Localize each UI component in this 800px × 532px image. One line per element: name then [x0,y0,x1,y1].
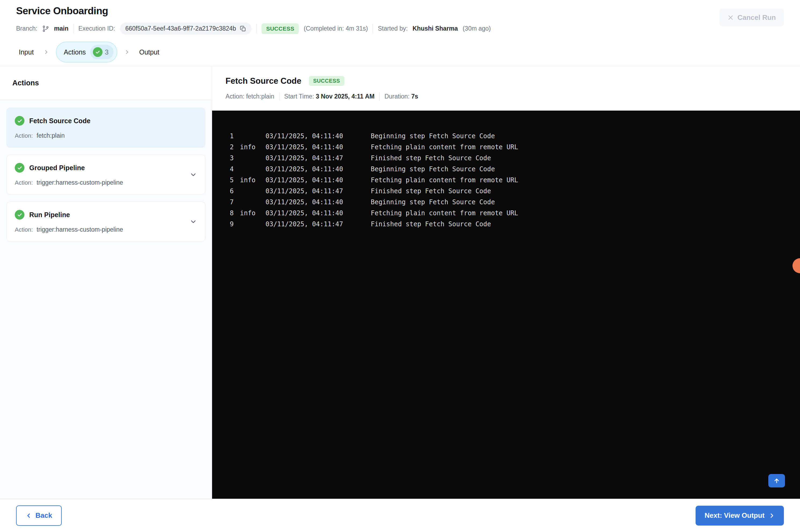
log-line: 5 info 03/11/2025, 04:11:40 Fetching pla… [230,174,789,186]
log-line-number: 1 [230,132,240,140]
close-icon [727,15,734,21]
git-branch-icon [42,25,49,32]
log-line-message: Fetching plain content from remote URL [371,209,518,217]
action-card[interactable]: Fetch Source Code Action: fetch:plain [6,108,205,148]
check-icon [15,116,24,126]
page-header: Service Onboarding Branch: main Executio… [0,0,800,38]
detail-action-label: Action: fetch:plain [226,93,274,100]
log-line-timestamp: 03/11/2025, 04:11:40 [266,209,371,217]
log-line: 3 03/11/2025, 04:11:47 Finished step Fet… [230,152,789,164]
started-by-name: Khushi Sharma [413,25,458,32]
log-line: 7 03/11/2025, 04:11:40 Beginning step Fe… [230,196,789,208]
run-status-badge: SUCCESS [262,23,299,34]
notification-dot [793,258,800,273]
detail-start-time: Start Time: 3 Nov 2025, 4:11 AM [284,93,375,100]
log-line-timestamp: 03/11/2025, 04:11:47 [266,154,371,162]
log-line: 2 info 03/11/2025, 04:11:40 Fetching pla… [230,141,789,152]
log-line-message: Finished step Fetch Source Code [371,187,491,195]
chevron-left-icon [26,513,32,518]
action-card[interactable]: Grouped Pipeline Action: trigger:harness… [6,155,205,195]
branch-label: Branch: [16,25,37,32]
wizard-stepper: Input Actions 3 Output [0,38,800,66]
log-line-level: info [240,176,266,184]
chevron-down-icon[interactable] [190,171,197,178]
branch-name: main [54,25,69,32]
divider [379,92,380,100]
log-line-number: 7 [230,198,240,206]
detail-meta-row: Action: fetch:plain Start Time: 3 Nov 20… [226,92,800,100]
sidebar-title: Actions [12,79,39,87]
actions-sidebar: Actions Fetch Source Code Action: fetch:… [0,66,212,499]
check-icon [93,47,102,57]
started-by-label: Started by: [378,25,407,32]
execution-meta-row: Branch: main Execution ID: 660f50a7-5eef… [16,22,784,35]
chevron-down-icon[interactable] [190,218,197,226]
log-line-timestamp: 03/11/2025, 04:11:47 [266,187,371,195]
action-card[interactable]: Run Pipeline Action: trigger:harness-cus… [6,202,205,242]
log-line-level: info [240,209,266,217]
log-line-number: 8 [230,209,240,217]
chevron-right-icon [769,513,775,518]
log-line-message: Beginning step Fetch Source Code [371,132,495,140]
log-line: 6 03/11/2025, 04:11:47 Finished step Fet… [230,186,789,196]
detail-status-badge: SUCCESS [309,76,344,86]
log-line-timestamp: 03/11/2025, 04:11:40 [266,165,371,173]
divider [279,92,280,100]
log-line-timestamp: 03/11/2025, 04:11:40 [266,198,371,206]
copy-icon[interactable] [240,25,246,32]
action-detail-panel: Fetch Source Code SUCCESS Action: fetch:… [212,66,800,499]
tab-output[interactable]: Output [137,48,162,56]
sidebar-header: Actions [0,66,212,100]
detail-title: Fetch Source Code [226,76,302,86]
log-line-level: info [240,143,266,151]
log-line-timestamp: 03/11/2025, 04:11:47 [266,221,371,228]
log-line-number: 3 [230,154,240,162]
log-line-timestamp: 03/11/2025, 04:11:40 [266,176,371,184]
log-console[interactable]: 1 03/11/2025, 04:11:40 Beginning step Fe… [212,111,800,499]
action-card-title: Grouped Pipeline [29,164,85,172]
cancel-run-button[interactable]: Cancel Run [720,8,784,26]
action-label: Action: [15,132,33,139]
actions-list: Fetch Source Code Action: fetch:plain Gr… [0,100,212,499]
arrow-up-icon [773,477,780,484]
log-line-number: 6 [230,187,240,195]
started-ago-text: (30m ago) [462,25,491,32]
execution-id-chip[interactable]: 660f50a7-5eef-43a6-9ff7-2a2179c3824b [120,22,252,35]
log-line-timestamp: 03/11/2025, 04:11:40 [266,132,371,140]
action-card-title: Fetch Source Code [29,117,91,125]
page-title: Service Onboarding [16,5,784,17]
log-line-message: Finished step Fetch Source Code [371,154,491,162]
action-card-title: Run Pipeline [29,211,70,219]
back-button[interactable]: Back [16,506,62,526]
execution-id-label: Execution ID: [78,25,115,32]
wizard-footer: Back Next: View Output [0,499,800,532]
actions-count: 3 [105,48,109,56]
execution-id-value: 660f50a7-5eef-43a6-9ff7-2a2179c3824b [126,25,236,32]
divider [73,24,74,33]
main-content: Actions Fetch Source Code Action: fetch:… [0,66,800,499]
tab-input[interactable]: Input [16,48,37,56]
tab-actions[interactable]: Actions 3 [56,42,117,62]
log-line-number: 4 [230,165,240,173]
action-value: trigger:harness-custom-pipeline [37,179,123,186]
action-label: Action: [15,226,33,233]
chevron-right-icon [43,50,49,55]
log-line-message: Fetching plain content from remote URL [371,176,518,184]
log-line: 1 03/11/2025, 04:11:40 Beginning step Fe… [230,130,789,141]
detail-duration: Duration: 7s [384,93,418,100]
log-line-number: 9 [230,221,240,228]
completed-in-text: (Completed in: 4m 31s) [304,25,368,32]
log-line-number: 2 [230,143,240,151]
action-value: fetch:plain [37,132,65,139]
check-icon [15,163,24,173]
log-line: 8 info 03/11/2025, 04:11:40 Fetching pla… [230,208,789,218]
log-line-message: Beginning step Fetch Source Code [371,198,495,206]
chevron-right-icon [124,50,130,55]
log-line: 9 03/11/2025, 04:11:47 Finished step Fet… [230,218,789,229]
check-icon [15,210,24,220]
action-value: trigger:harness-custom-pipeline [37,226,123,233]
scroll-to-top-button[interactable] [768,474,785,488]
next-view-output-button[interactable]: Next: View Output [696,506,784,526]
service-onboarding-page: Service Onboarding Branch: main Executio… [0,0,800,532]
log-line-message: Finished step Fetch Source Code [371,221,491,228]
